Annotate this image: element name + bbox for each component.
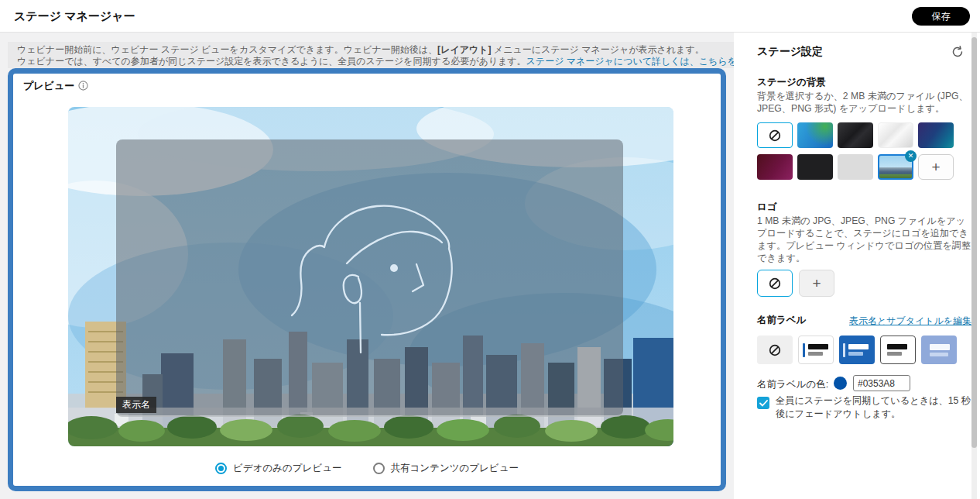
radio-video-only[interactable]: ビデオのみのプレビュー — [215, 462, 341, 475]
save-button[interactable]: 保存 — [912, 7, 970, 26]
page-title: ステージ マネージャー — [14, 9, 135, 24]
sync-fadeout-checkbox[interactable] — [757, 397, 769, 409]
block-icon — [768, 343, 782, 357]
header: ステージ マネージャー 保存 — [0, 0, 980, 33]
bg-swatch-city-selected[interactable]: ✕ — [878, 154, 913, 180]
preview-mode-radios: ビデオのみのプレビュー 共有コンテンツのプレビュー — [8, 462, 726, 475]
settings-title: ステージ設定 — [757, 45, 823, 59]
banner-line-2: ウェビナーでは、すべての参加者が同じステージ設定を表示できるように、全員のステー… — [17, 56, 725, 67]
display-name-tag[interactable]: 表示名 — [116, 397, 156, 413]
bg-swatch-gradient-blue-green[interactable] — [797, 122, 833, 148]
radio-unselected-icon — [373, 463, 385, 474]
logo-none-button[interactable] — [757, 270, 793, 297]
label-style-light-blue[interactable] — [921, 336, 957, 364]
sync-fadeout-text: 全員にステージを同期しているときは、15 秒後にフェードアウトします。 — [776, 394, 972, 421]
radio-shared-content[interactable]: 共有コンテンツのプレビュー — [373, 462, 519, 475]
bg-swatch-black[interactable] — [797, 154, 833, 180]
block-icon — [768, 277, 782, 291]
background-section-desc: 背景を選択するか、2 MB 未満のファイル (JPG、JPEG、PNG 形式) … — [757, 90, 972, 115]
layout-menu-bold: [レイアウト] — [437, 44, 491, 55]
label-color-hex-input[interactable] — [853, 375, 910, 391]
bg-swatch-red-magenta[interactable] — [757, 154, 793, 180]
logo-section-title: ロゴ — [757, 201, 777, 214]
label-style-blue[interactable] — [839, 336, 875, 364]
label-color-dot[interactable] — [834, 377, 847, 390]
block-icon — [768, 129, 782, 143]
label-style-black-on-white[interactable] — [880, 336, 916, 364]
label-color-caption: 名前ラベルの色: — [757, 378, 828, 391]
avatar-placeholder-icon — [276, 193, 462, 363]
background-section-title: ステージの背景 — [757, 76, 826, 89]
bg-swatch-light-wave[interactable] — [878, 122, 913, 148]
edit-display-name-link[interactable]: 表示名とサブタイトルを編集 — [849, 315, 971, 328]
stage-manager-page: ステージ マネージャー 保存 ウェビナー開始前に、ウェビナー ステージ ビューを… — [0, 0, 980, 499]
info-icon[interactable] — [78, 81, 88, 91]
name-label-section-title: 名前ラベル — [757, 314, 806, 327]
scrollbar-thumb[interactable] — [971, 37, 977, 448]
logo-add-button[interactable]: + — [799, 270, 834, 297]
label-style-none[interactable] — [757, 336, 793, 364]
info-banner: ウェビナー開始前に、ウェビナー ステージ ビューをカスタマイズできます。ウェビナ… — [8, 42, 734, 68]
logo-section-desc: 1 MB 未満の JPG、JPEG、PNG ファイルをアップロードすることで、ス… — [757, 215, 974, 264]
remove-background-icon[interactable]: ✕ — [905, 150, 917, 162]
preview-title: プレビュー — [23, 79, 74, 93]
refresh-icon[interactable] — [951, 45, 965, 59]
banner-line-1: ウェビナー開始前に、ウェビナー ステージ ビューをカスタマイズできます。ウェビナ… — [17, 44, 725, 56]
stage-preview-video: 表示名 — [68, 107, 673, 446]
bg-add-button[interactable]: + — [918, 154, 954, 180]
radio-selected-icon — [215, 463, 227, 474]
scrollbar[interactable] — [971, 33, 977, 499]
check-icon — [759, 400, 768, 407]
learn-more-link[interactable]: ステージ マネージャについて詳しくは、こちらをご覧ください。 — [526, 56, 734, 67]
bg-swatch-light-gray[interactable] — [838, 154, 873, 180]
bg-swatch-dark-wave[interactable] — [838, 122, 873, 148]
bg-swatch-purple-teal[interactable] — [918, 122, 954, 148]
stage-area-overlay — [116, 139, 623, 417]
bg-swatch-none[interactable] — [757, 122, 793, 148]
label-style-white-accent[interactable] — [798, 336, 834, 364]
